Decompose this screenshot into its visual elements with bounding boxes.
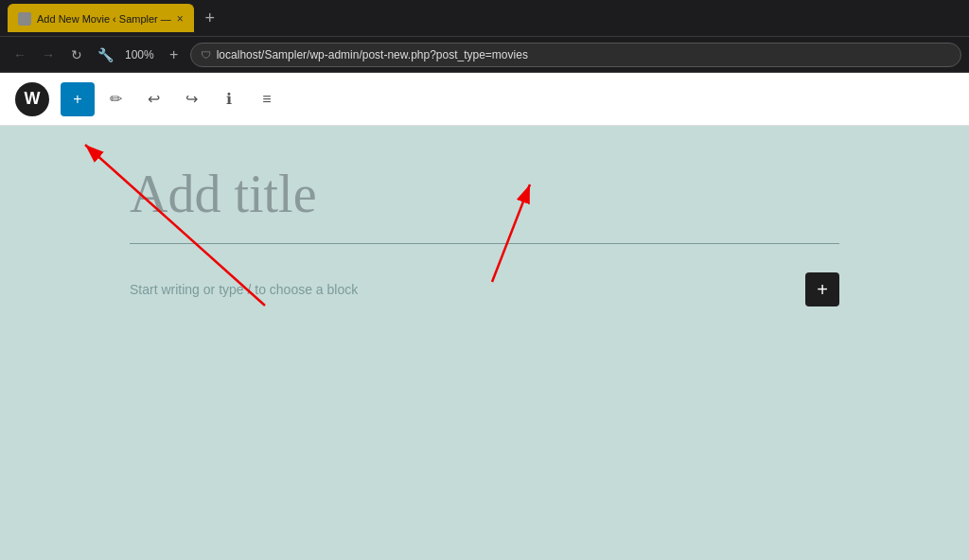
add-nav-icon: + <box>169 46 178 63</box>
back-button[interactable]: ← <box>8 43 32 67</box>
tab-favicon <box>18 12 31 26</box>
menu-icon: ≡ <box>262 91 271 108</box>
tools-button[interactable]: 🔧 <box>93 43 117 67</box>
add-block-icon: + <box>817 279 828 301</box>
editor-content: Add title Start writing or type / to cho… <box>130 164 839 306</box>
edit-icon: ✏ <box>110 90 122 108</box>
zoom-level: 100% <box>121 48 158 61</box>
tab-title: Add New Movie ‹ Sampler — <box>37 13 171 25</box>
info-icon: ℹ <box>226 90 232 108</box>
add-nav-button[interactable]: + <box>162 43 186 67</box>
new-tab-button[interactable]: + <box>198 6 222 30</box>
tab-close-button[interactable]: × <box>177 13 184 25</box>
add-block-editor-button[interactable]: + <box>805 272 839 306</box>
menu-toolbar-button[interactable]: ≡ <box>250 82 284 116</box>
navigation-bar: ← → ↻ 🔧 100% + 🛡 localhost/Sampler/wp-ad… <box>0 36 969 72</box>
wordpress-logo[interactable]: W <box>15 82 49 116</box>
edit-toolbar-button[interactable]: ✏ <box>98 82 132 116</box>
tab-bar: Add New Movie ‹ Sampler — × + <box>0 0 969 36</box>
reload-icon: ↻ <box>71 47 82 62</box>
forward-button[interactable]: → <box>36 43 61 67</box>
title-divider <box>130 243 839 244</box>
forward-icon: → <box>42 47 55 62</box>
address-bar[interactable]: 🛡 localhost/Sampler/wp-admin/post-new.ph… <box>190 43 961 67</box>
redo-toolbar-button[interactable]: ↪ <box>174 82 208 116</box>
wp-admin-toolbar: W + ✏ ↩ ↪ ℹ ≡ <box>0 73 969 126</box>
wp-logo-text: W <box>25 89 41 109</box>
redo-icon: ↪ <box>185 90 198 108</box>
reload-button[interactable]: ↻ <box>64 43 89 67</box>
tools-icon: 🔧 <box>97 47 114 62</box>
info-toolbar-button[interactable]: ℹ <box>212 82 246 116</box>
add-block-toolbar-button[interactable]: + <box>61 82 95 116</box>
active-tab[interactable]: Add New Movie ‹ Sampler — × <box>8 4 194 32</box>
block-hint-row: Start writing or type / to choose a bloc… <box>130 272 839 306</box>
back-icon: ← <box>13 47 26 62</box>
undo-icon: ↩ <box>148 90 160 108</box>
block-hint-text: Start writing or type / to choose a bloc… <box>130 282 358 297</box>
add-icon: + <box>73 91 81 108</box>
address-text: localhost/Sampler/wp-admin/post-new.php?… <box>217 48 951 61</box>
undo-toolbar-button[interactable]: ↩ <box>136 82 170 116</box>
editor-area: Add title Start writing or type / to cho… <box>0 126 969 560</box>
shield-icon: 🛡 <box>201 49 211 61</box>
title-field[interactable]: Add title <box>130 164 839 224</box>
